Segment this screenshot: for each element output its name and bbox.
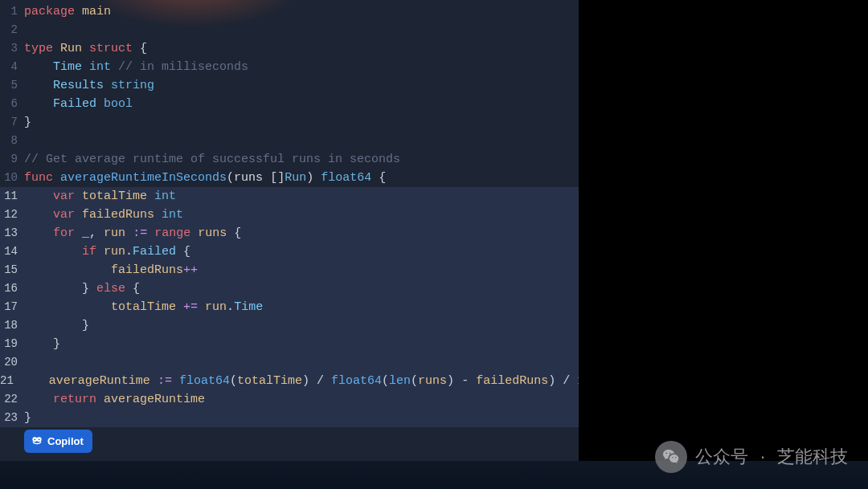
copilot-icon <box>31 434 43 449</box>
code-line[interactable]: 12 var failedRuns int <box>0 206 579 224</box>
line-number: 16 <box>0 279 24 298</box>
code-line[interactable]: 19 } <box>0 335 579 353</box>
code-content[interactable]: } <box>24 113 579 132</box>
line-number: 13 <box>0 224 24 242</box>
copilot-label: Copilot <box>47 435 84 447</box>
line-number: 10 <box>0 169 24 187</box>
wechat-icon <box>655 441 687 473</box>
code-content[interactable]: totalTime += run.Time <box>24 298 579 316</box>
code-line[interactable]: 20 <box>0 353 579 372</box>
line-number: 14 <box>0 242 24 261</box>
code-content[interactable]: failedRuns++ <box>24 261 579 279</box>
code-line[interactable]: 3type Run struct { <box>0 39 579 58</box>
code-content[interactable]: } <box>24 409 579 427</box>
line-number: 20 <box>0 353 24 372</box>
line-number: 18 <box>0 316 24 335</box>
line-number: 12 <box>0 206 24 224</box>
watermark-name: 芝能科技 <box>777 445 848 469</box>
watermark-label: 公众号 <box>695 445 748 469</box>
code-content[interactable]: } <box>24 316 579 335</box>
line-number: 17 <box>0 298 24 316</box>
line-number: 22 <box>0 390 24 409</box>
code-content[interactable]: } else { <box>24 279 579 298</box>
code-line[interactable]: 15 failedRuns++ <box>0 261 579 279</box>
code-content[interactable]: // Get average runtime of successful run… <box>24 150 579 169</box>
line-number: 6 <box>0 95 24 113</box>
watermark-sep: · <box>756 446 769 467</box>
line-number: 23 <box>0 409 24 427</box>
code-line[interactable]: 10func averageRuntimeInSeconds(runs []Ru… <box>0 169 579 187</box>
code-line[interactable]: 6 Failed bool <box>0 95 579 113</box>
code-content[interactable]: Failed bool <box>24 95 579 113</box>
code-line[interactable]: 11 var totalTime int <box>0 187 579 206</box>
code-line[interactable]: 4 Time int // in milliseconds <box>0 58 579 76</box>
svg-point-2 <box>34 438 35 440</box>
svg-point-3 <box>39 438 40 440</box>
line-number: 1 <box>0 2 24 21</box>
code-line[interactable]: 7} <box>0 113 579 132</box>
line-number: 19 <box>0 335 24 353</box>
line-number: 2 <box>0 21 24 39</box>
code-line[interactable]: 17 totalTime += run.Time <box>0 298 579 316</box>
code-content[interactable]: func averageRuntimeInSeconds(runs []Run)… <box>24 169 579 187</box>
code-content[interactable]: for _, run := range runs { <box>24 224 579 242</box>
code-line[interactable]: 5 Results string <box>0 76 579 95</box>
copilot-badge[interactable]: Copilot <box>24 430 92 453</box>
line-number: 5 <box>0 76 24 95</box>
line-number: 9 <box>0 150 24 169</box>
code-content[interactable]: Time int // in milliseconds <box>24 58 579 76</box>
code-line[interactable]: 22 return averageRuntime <box>0 390 579 409</box>
code-content[interactable]: } <box>24 335 579 353</box>
editor-pane: 1package main23type Run struct {4 Time i… <box>0 0 579 489</box>
line-number: 4 <box>0 58 24 76</box>
code-line[interactable]: 21 averageRuntime := float64(totalTime) … <box>0 372 579 390</box>
code-line[interactable]: 1package main <box>0 2 579 21</box>
line-number: 21 <box>0 372 20 390</box>
watermark: 公众号 · 芝能科技 <box>655 441 848 473</box>
right-panel <box>579 0 868 489</box>
line-number: 8 <box>0 132 24 150</box>
line-number: 11 <box>0 187 24 206</box>
code-line[interactable]: 18 } <box>0 316 579 335</box>
code-content[interactable]: averageRuntime := float64(totalTime) / f… <box>20 372 579 390</box>
code-area[interactable]: 1package main23type Run struct {4 Time i… <box>0 0 579 427</box>
code-content[interactable]: return averageRuntime <box>24 390 579 409</box>
line-number: 3 <box>0 39 24 58</box>
code-line[interactable]: 23} <box>0 409 579 427</box>
code-line[interactable]: 13 for _, run := range runs { <box>0 224 579 242</box>
line-number: 7 <box>0 113 24 132</box>
code-content[interactable]: type Run struct { <box>24 39 579 58</box>
code-line[interactable]: 2 <box>0 21 579 39</box>
code-content[interactable]: package main <box>24 2 579 21</box>
code-line[interactable]: 8 <box>0 132 579 150</box>
code-line[interactable]: 14 if run.Failed { <box>0 242 579 261</box>
code-content[interactable]: var failedRuns int <box>24 206 579 224</box>
code-content[interactable]: if run.Failed { <box>24 242 579 261</box>
line-number: 15 <box>0 261 24 279</box>
code-content[interactable]: Results string <box>24 76 579 95</box>
code-content[interactable]: var totalTime int <box>24 187 579 206</box>
code-line[interactable]: 9// Get average runtime of successful ru… <box>0 150 579 169</box>
code-line[interactable]: 16 } else { <box>0 279 579 298</box>
